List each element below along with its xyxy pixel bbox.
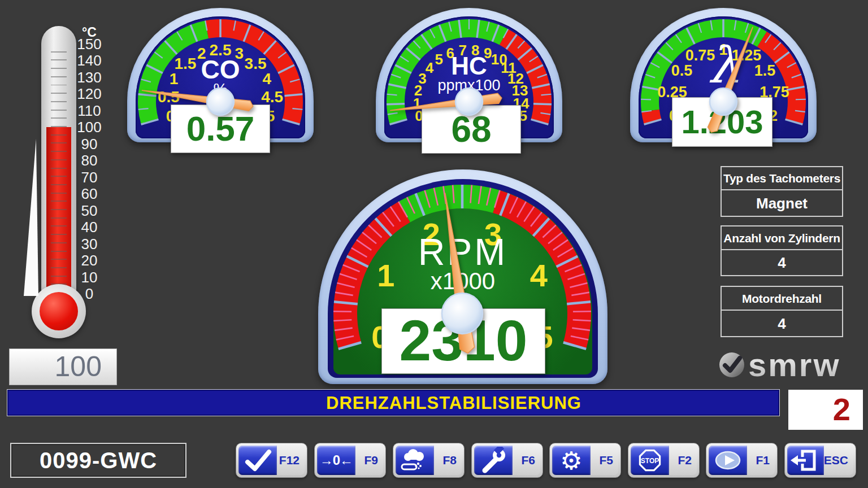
status-message: DREHZAHLSTABILISIERUNG <box>326 393 581 413</box>
smoke-measure-button[interactable]: F8 <box>393 443 465 478</box>
lambda-value-display: 1.203 <box>672 97 772 147</box>
thermometer-scale-label: 30 <box>75 236 104 253</box>
start-key-label: F1 <box>747 446 775 475</box>
engine-speed-value[interactable]: 4 <box>721 310 843 337</box>
service-button[interactable]: F6 <box>471 443 543 478</box>
temperature-pointer-wedge <box>24 139 38 296</box>
hc-gauge: 0123456789101112131415 HC ppmx100 68 <box>376 7 562 151</box>
thermometer-scale-label: 80 <box>75 152 104 169</box>
rpm-value-display: 2310 <box>381 308 545 374</box>
thermometer-scale-label: 20 <box>75 252 104 269</box>
lambda-gauge: 00.250.50.7511.251.51.752 λ 1.203 <box>630 7 817 151</box>
diagnostic-app-screen: °C 1501401301201101009080706050403020100… <box>0 0 868 488</box>
thermometer-scale-label: 110 <box>75 102 104 120</box>
zero-calibration-button[interactable]: →0← F9 <box>314 443 386 478</box>
svg-text:⚙: ⚙ <box>560 447 582 474</box>
thermometer-scale-label: 40 <box>75 219 104 236</box>
tachometer-type-value[interactable]: Magnet <box>721 189 843 217</box>
smrw-logo-check-icon <box>719 352 745 378</box>
thermometer-scale-label: 60 <box>75 185 104 203</box>
temperature-value-display: 100 <box>9 348 117 385</box>
settings-button[interactable]: ⚙ F5 <box>549 443 621 478</box>
stop-button[interactable]: STOP F2 <box>628 443 700 478</box>
thermometer-scale-label: 130 <box>75 69 104 86</box>
smrw-logo-text: smrw <box>748 350 841 380</box>
zero-key-label: F9 <box>355 446 383 475</box>
rpm-gauge-title: RPM <box>318 230 607 273</box>
phase-counter: 2 <box>788 390 863 430</box>
thermometer-scale-label: 70 <box>75 169 104 186</box>
hc-gauge-title: HC <box>376 52 562 80</box>
co-gauge-unit: % <box>127 80 314 98</box>
thermometer-scale: 1501401301201101009080706050403020100 <box>75 0 104 339</box>
tachometer-type-label: Typ des Tachometers <box>721 166 843 190</box>
exit-icon <box>787 446 824 475</box>
smoke-key-label: F8 <box>434 446 462 475</box>
cylinder-count-value[interactable]: 4 <box>721 249 843 276</box>
cylinder-count-label: Anzahl von Zylindern <box>721 225 843 250</box>
thermometer-bulb <box>40 292 78 330</box>
hc-gauge-unit: ppmx100 <box>376 77 562 94</box>
stop-key-label: F2 <box>669 446 697 475</box>
thermometer-scale-label: 140 <box>75 52 104 69</box>
co-value-display: 0.57 <box>171 104 270 153</box>
settings-key-label: F5 <box>591 446 618 475</box>
hc-value-display: 68 <box>422 105 521 154</box>
svg-text:STOP: STOP <box>641 457 659 465</box>
lambda-gauge-title: λ <box>630 36 817 94</box>
rpm-gauge-multiplier: x1000 <box>318 268 607 295</box>
confirm-button[interactable]: F12 <box>236 443 307 478</box>
exit-button[interactable]: ESC <box>784 443 856 478</box>
service-key-label: F6 <box>513 446 540 475</box>
vehicle-plate-display: 0099-GWC <box>10 443 186 478</box>
check-icon <box>238 446 277 475</box>
stop-icon: STOP <box>631 446 669 475</box>
thermometer-scale-label: 0 <box>75 285 104 303</box>
start-button[interactable]: F1 <box>706 443 778 478</box>
smoke-probe-icon <box>396 446 434 475</box>
exit-key-label: ESC <box>824 446 853 475</box>
thermometer-scale-label: 10 <box>75 269 104 286</box>
thermometer-scale-label: 90 <box>75 136 104 153</box>
co-gauge: 00.511.522.533.544.55 CO % 0.57 <box>127 7 314 151</box>
confirm-key-label: F12 <box>277 446 305 475</box>
thermometer-scale-label: 150 <box>75 36 104 53</box>
engine-speed-label: Motordrehzahl <box>721 286 843 311</box>
smrw-logo: smrw <box>719 348 841 382</box>
gear-icon: ⚙ <box>552 446 591 475</box>
thermometer-scale-label: 100 <box>75 119 104 136</box>
thermometer-tick-marks <box>51 44 67 294</box>
wrench-icon <box>474 446 513 475</box>
thermometer-scale-label: 120 <box>75 85 104 103</box>
thermometer-scale-label: 50 <box>75 202 104 220</box>
zero-reset-icon: →0← <box>317 446 355 475</box>
rpm-gauge: 012345 RPM x1000 2310 <box>318 168 607 386</box>
play-icon <box>709 446 747 475</box>
